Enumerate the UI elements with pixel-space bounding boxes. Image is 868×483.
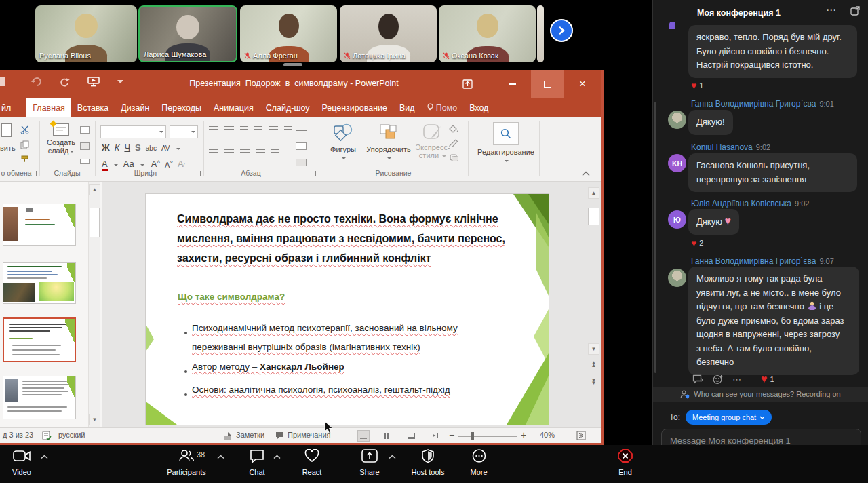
slide-bullet-1-line-2[interactable]: переживанні внутрішніх образів (імагінат… — [192, 342, 420, 352]
slide-thumbnail-4[interactable] — [3, 376, 76, 419]
start-slideshow-icon[interactable] — [87, 77, 100, 87]
slide-layout-button[interactable] — [80, 126, 90, 134]
drawing-dialog-launcher[interactable] — [460, 171, 465, 176]
tab-transitions[interactable]: Переходы — [155, 98, 208, 117]
columns-button[interactable] — [271, 147, 279, 154]
video-tile-5[interactable]: Оксана Козак — [439, 5, 536, 62]
message-reaction[interactable]: ♥2 — [691, 238, 703, 248]
video-tile-1[interactable]: Руслана Bilous — [35, 5, 137, 62]
tab-file-partial[interactable]: йл — [0, 98, 17, 117]
notes-button[interactable]: Заметки — [236, 431, 264, 439]
share-screen-button[interactable]: Share — [341, 449, 398, 476]
chat-scrollbar[interactable] — [654, 102, 656, 373]
bold-button[interactable]: Ж — [102, 142, 110, 153]
next-slide-button[interactable]: ▼▼ — [588, 376, 599, 387]
cut-icon[interactable] — [20, 125, 29, 134]
fit-to-window-icon[interactable] — [576, 431, 586, 440]
tab-animations[interactable]: Анимация — [208, 98, 260, 117]
restore-button[interactable] — [531, 70, 564, 98]
justify-button[interactable] — [256, 147, 265, 154]
character-spacing-button[interactable]: AV — [161, 144, 170, 152]
chat-button[interactable]: Chat — [229, 449, 285, 476]
slide-title-text[interactable]: Символдрама дає не просто техніки. Вона … — [177, 209, 524, 268]
decrease-indent-button[interactable] — [240, 126, 248, 134]
thumb-scroll-up-icon[interactable]: ▲ — [89, 184, 100, 195]
zoom-slider-thumb[interactable] — [471, 432, 474, 440]
thumb-scroll-thumb[interactable] — [90, 208, 100, 237]
share-options-caret[interactable] — [389, 455, 396, 459]
thumbnails-scrollbar[interactable]: ▲ ▼ — [88, 182, 100, 427]
shape-effects-icon[interactable] — [449, 153, 458, 161]
video-tile-2-active-speaker[interactable]: Лариса Шумакова — [138, 5, 237, 62]
save-icon[interactable] — [0, 77, 5, 86]
video-strip-resize-handle[interactable] — [283, 63, 302, 66]
zoom-level[interactable]: 40% — [540, 431, 555, 439]
bullets-button[interactable] — [209, 126, 218, 134]
video-options-caret[interactable] — [41, 455, 48, 459]
thumb-scroll-down-icon[interactable]: ▼ — [89, 414, 100, 425]
tab-home[interactable]: Главная — [26, 98, 71, 117]
slide-thumbnail-1[interactable] — [3, 204, 76, 246]
scroll-thumb[interactable] — [588, 208, 599, 225]
shrink-font-button[interactable]: А˅ — [165, 159, 173, 169]
undo-icon[interactable] — [31, 77, 42, 87]
tab-slideshow[interactable]: Слайд-шоу — [260, 98, 316, 117]
slideshow-view-button[interactable] — [428, 430, 440, 442]
chat-more-icon[interactable]: ⋯ — [826, 4, 837, 16]
more-button[interactable]: More — [450, 449, 507, 476]
qat-dropdown-icon[interactable] — [117, 80, 123, 84]
spellcheck-icon[interactable] — [42, 431, 52, 440]
underline-button[interactable]: Ч — [124, 142, 130, 153]
slide-heading-text[interactable]: Що таке символдрама? — [178, 292, 285, 302]
font-name-combobox[interactable] — [100, 125, 166, 138]
participants-options-caret[interactable] — [217, 455, 224, 459]
arrange-button[interactable]: Упорядочить — [364, 123, 413, 161]
tab-help[interactable]: Помо — [421, 98, 463, 117]
grow-font-button[interactable]: А˄ — [151, 159, 160, 169]
editing-button[interactable]: Редактирование — [475, 122, 537, 164]
slide-scrollbar[interactable]: ▲ ▼ ▲▲ ▼▼ — [588, 187, 599, 422]
clipboard-dialog-launcher[interactable] — [31, 171, 37, 176]
recording-notice-bar[interactable]: Who can see your messages? Recording on — [653, 387, 868, 402]
align-text-button[interactable] — [296, 125, 307, 132]
zoom-in-button[interactable]: + — [521, 429, 526, 440]
end-meeting-button[interactable]: End — [597, 449, 654, 476]
new-slide-button[interactable]: Создатьслайд — [43, 123, 79, 155]
font-dialog-launcher[interactable] — [195, 171, 201, 176]
current-slide[interactable]: Символдрама дає не просто техніки. Вона … — [146, 194, 549, 425]
close-button[interactable]: × — [568, 70, 597, 98]
format-painter-icon[interactable] — [20, 155, 29, 164]
participants-button[interactable]: Participants — [158, 449, 215, 476]
collapse-ribbon-icon[interactable] — [582, 171, 590, 176]
message-reaction[interactable]: ♥1 — [761, 374, 774, 385]
paragraph-dialog-launcher[interactable] — [311, 171, 316, 176]
strikethrough-button[interactable]: abc — [146, 144, 157, 152]
tab-insert[interactable]: Вставка — [71, 98, 115, 117]
language-indicator[interactable]: русский — [58, 431, 85, 439]
section-button[interactable] — [80, 159, 90, 164]
avatar[interactable] — [668, 269, 686, 287]
zoom-slider-track[interactable] — [458, 436, 517, 437]
send-to-selector[interactable]: Meeting group chat — [686, 410, 772, 425]
shape-outline-icon[interactable] — [449, 139, 458, 147]
tab-view[interactable]: Вид — [393, 98, 421, 117]
chat-options-caret[interactable] — [273, 455, 281, 459]
font-size-combobox[interactable] — [170, 125, 198, 138]
slide-thumbnail-2[interactable] — [3, 262, 76, 304]
tab-design[interactable]: Дизайн — [115, 98, 155, 117]
align-center-button[interactable] — [224, 147, 234, 154]
minimize-button[interactable] — [497, 70, 527, 98]
arrange-text-button[interactable] — [296, 159, 307, 166]
numbering-button[interactable] — [224, 126, 234, 134]
react-button[interactable]: React — [283, 449, 340, 476]
paste-button[interactable] — [1, 123, 12, 137]
slide-thumbnail-3-selected[interactable] — [3, 317, 76, 362]
spacing-dropdown[interactable] — [176, 148, 180, 152]
convert-smartart-button[interactable] — [296, 142, 307, 150]
text-direction-button[interactable] — [284, 126, 292, 134]
normal-view-button[interactable] — [357, 430, 370, 442]
line-spacing-button[interactable] — [269, 126, 278, 134]
scroll-up-icon[interactable]: ▲ — [588, 187, 599, 199]
avatar[interactable]: KH — [668, 154, 686, 172]
quick-styles-button[interactable]: Экспресс-стили — [412, 123, 453, 159]
